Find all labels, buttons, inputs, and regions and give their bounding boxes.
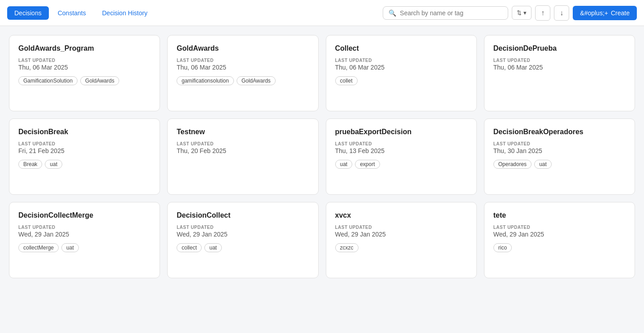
- tag[interactable]: Break: [18, 160, 42, 169]
- tag[interactable]: zcxzc: [335, 243, 359, 252]
- card-title: DecisionCollect: [177, 211, 309, 219]
- last-updated-label: LAST UPDATED: [335, 58, 467, 63]
- decision-card[interactable]: teteLAST UPDATEDWed, 29 Jan 2025rico: [484, 202, 635, 278]
- card-title: pruebaExportDecision: [335, 128, 467, 136]
- card-title: Testnew: [177, 128, 309, 136]
- last-updated-label: LAST UPDATED: [493, 141, 626, 146]
- card-tags: uatexport: [335, 160, 467, 169]
- tag[interactable]: gamificationsolution: [177, 76, 233, 85]
- last-updated-date: Thu, 06 Mar 2025: [18, 64, 151, 71]
- decision-card[interactable]: xvcxLAST UPDATEDWed, 29 Jan 2025zcxzc: [326, 202, 477, 278]
- tag[interactable]: collet: [335, 76, 358, 85]
- card-meta: LAST UPDATEDWed, 29 Jan 2025: [493, 225, 626, 238]
- last-updated-date: Wed, 29 Jan 2025: [493, 231, 626, 238]
- search-icon: 🔍: [389, 9, 396, 17]
- last-updated-label: LAST UPDATED: [493, 58, 626, 63]
- card-meta: LAST UPDATEDThu, 06 Mar 2025: [493, 58, 626, 71]
- sort-button[interactable]: ⇅ ▾: [512, 6, 532, 20]
- main-content: GoldAwards_ProgramLAST UPDATEDThu, 06 Ma…: [0, 26, 644, 287]
- last-updated-date: Thu, 06 Mar 2025: [177, 64, 309, 71]
- card-tags: Breakuat: [18, 160, 151, 169]
- create-button[interactable]: &#oplus;+ Create: [573, 6, 637, 20]
- decision-card[interactable]: DecisionDePruebaLAST UPDATEDThu, 06 Mar …: [484, 35, 635, 111]
- download-icon: ↓: [560, 9, 563, 17]
- tab-constants[interactable]: Constants: [51, 6, 93, 20]
- last-updated-date: Thu, 13 Feb 2025: [335, 147, 467, 154]
- card-title: GoldAwards_Program: [18, 44, 151, 53]
- last-updated-date: Thu, 06 Mar 2025: [493, 64, 626, 71]
- card-meta: LAST UPDATEDThu, 06 Mar 2025: [177, 58, 309, 71]
- last-updated-label: LAST UPDATED: [18, 141, 151, 146]
- last-updated-label: LAST UPDATED: [18, 58, 151, 63]
- card-tags: gamificationsolutionGoldAwards: [177, 76, 309, 85]
- decision-card[interactable]: DecisionBreakOperadoresLAST UPDATEDThu, …: [484, 118, 635, 195]
- tag[interactable]: rico: [493, 243, 512, 252]
- card-title: DecisionBreakOperadores: [493, 128, 626, 136]
- last-updated-date: Thu, 30 Jan 2025: [493, 147, 626, 154]
- card-meta: LAST UPDATEDThu, 06 Mar 2025: [18, 58, 151, 71]
- create-label: Create: [611, 9, 630, 17]
- tab-bar: Decisions Constants Decision History: [7, 6, 155, 20]
- tab-decisions[interactable]: Decisions: [7, 6, 49, 20]
- tag[interactable]: GamificationSolution: [18, 76, 78, 85]
- tag[interactable]: collectMerge: [18, 243, 59, 252]
- card-tags: Operadoresuat: [493, 160, 626, 169]
- tag[interactable]: uat: [45, 160, 62, 169]
- card-meta: LAST UPDATEDWed, 29 Jan 2025: [335, 225, 467, 238]
- decision-card[interactable]: TestnewLAST UPDATEDThu, 20 Feb 2025: [167, 118, 318, 195]
- plus-icon: &#oplus;+: [580, 9, 608, 17]
- card-title: DecisionBreak: [18, 128, 151, 136]
- last-updated-date: Thu, 20 Feb 2025: [177, 147, 309, 154]
- card-tags: collet: [335, 76, 467, 85]
- card-title: GoldAwards: [177, 44, 309, 53]
- search-input[interactable]: [400, 9, 502, 17]
- card-meta: LAST UPDATEDThu, 06 Mar 2025: [335, 58, 467, 71]
- last-updated-label: LAST UPDATED: [335, 141, 467, 146]
- last-updated-date: Wed, 29 Jan 2025: [177, 231, 309, 238]
- tag[interactable]: uat: [534, 160, 552, 169]
- tab-history[interactable]: Decision History: [95, 6, 155, 20]
- card-meta: LAST UPDATEDThu, 20 Feb 2025: [177, 141, 309, 154]
- tag[interactable]: Operadores: [493, 160, 532, 169]
- tag[interactable]: collect: [177, 243, 202, 252]
- card-meta: LAST UPDATEDFri, 21 Feb 2025: [18, 141, 151, 154]
- sort-arrows-icon: ⇅: [517, 9, 522, 16]
- search-bar: 🔍: [383, 6, 508, 20]
- tag[interactable]: uat: [204, 243, 222, 252]
- sort-dropdown-icon: ▾: [523, 9, 527, 16]
- card-tags: collectuat: [177, 243, 309, 252]
- decision-card[interactable]: DecisionBreakLAST UPDATEDFri, 21 Feb 202…: [9, 118, 160, 195]
- tag[interactable]: export: [355, 160, 380, 169]
- download-button[interactable]: ↓: [554, 5, 569, 21]
- last-updated-label: LAST UPDATED: [18, 225, 151, 230]
- card-meta: LAST UPDATEDWed, 29 Jan 2025: [177, 225, 309, 238]
- tag[interactable]: GoldAwards: [80, 76, 119, 85]
- last-updated-date: Wed, 29 Jan 2025: [18, 231, 151, 238]
- card-title: tete: [493, 211, 626, 219]
- decision-card[interactable]: DecisionCollectLAST UPDATEDWed, 29 Jan 2…: [167, 202, 318, 278]
- last-updated-label: LAST UPDATED: [177, 225, 309, 230]
- tag[interactable]: GoldAwards: [237, 76, 276, 85]
- upload-icon: ↑: [541, 9, 545, 17]
- decision-card[interactable]: GoldAwardsLAST UPDATEDThu, 06 Mar 2025ga…: [167, 35, 318, 111]
- decision-card[interactable]: GoldAwards_ProgramLAST UPDATEDThu, 06 Ma…: [9, 35, 160, 111]
- card-title: Collect: [335, 44, 467, 53]
- decision-card[interactable]: pruebaExportDecisionLAST UPDATEDThu, 13 …: [326, 118, 477, 195]
- upload-button[interactable]: ↑: [535, 5, 550, 21]
- header: Decisions Constants Decision History 🔍 ⇅…: [0, 0, 644, 26]
- decision-card[interactable]: DecisionCollectMergeLAST UPDATEDWed, 29 …: [9, 202, 160, 278]
- tag[interactable]: uat: [335, 160, 353, 169]
- card-meta: LAST UPDATEDWed, 29 Jan 2025: [18, 225, 151, 238]
- last-updated-label: LAST UPDATED: [335, 225, 467, 230]
- card-tags: GamificationSolutionGoldAwards: [18, 76, 151, 85]
- card-tags: zcxzc: [335, 243, 467, 252]
- decisions-grid: GoldAwards_ProgramLAST UPDATEDThu, 06 Ma…: [9, 35, 635, 278]
- tag[interactable]: uat: [61, 243, 79, 252]
- card-title: DecisionCollectMerge: [18, 211, 151, 219]
- card-title: xvcx: [335, 211, 467, 219]
- last-updated-label: LAST UPDATED: [177, 58, 309, 63]
- last-updated-date: Wed, 29 Jan 2025: [335, 231, 467, 238]
- card-meta: LAST UPDATEDThu, 13 Feb 2025: [335, 141, 467, 154]
- last-updated-label: LAST UPDATED: [177, 141, 309, 146]
- decision-card[interactable]: CollectLAST UPDATEDThu, 06 Mar 2025colle…: [326, 35, 477, 111]
